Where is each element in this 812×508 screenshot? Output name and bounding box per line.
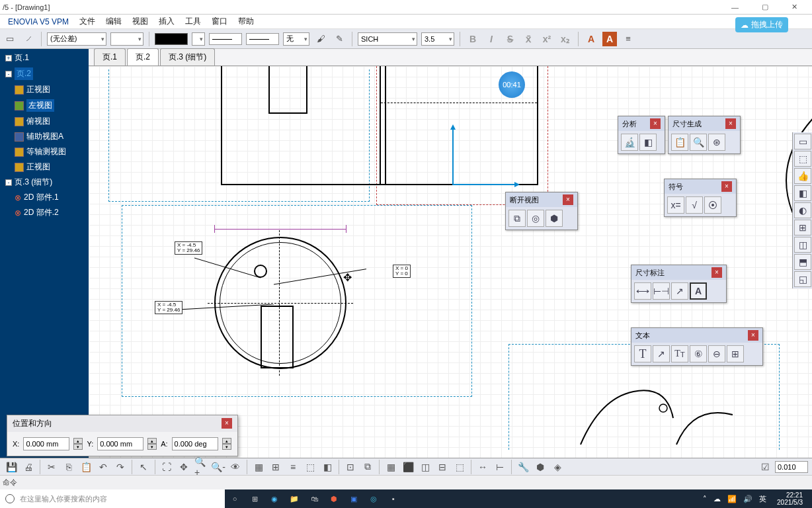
tree-page1[interactable]: +页.1 <box>0 50 89 65</box>
tool-a-icon[interactable]: ⬚ <box>303 460 317 474</box>
view-icon[interactable]: 👁 <box>228 460 243 474</box>
snap-icon[interactable]: ⊞ <box>268 460 283 474</box>
tool-b-icon[interactable]: ◧ <box>320 460 335 474</box>
dimgen-icon-2[interactable]: 🔍 <box>690 134 707 151</box>
step-input[interactable] <box>775 461 808 473</box>
tree-aux[interactable]: 辅助视图A <box>0 129 89 144</box>
pan-icon[interactable]: ✥ <box>177 460 191 474</box>
x-input[interactable] <box>23 437 69 450</box>
vtool-5[interactable]: ◐ <box>794 202 811 218</box>
collapse-icon[interactable]: - <box>5 71 12 77</box>
vtool-1[interactable]: ▭ <box>794 134 811 149</box>
app4-icon[interactable]: ▪ <box>384 489 403 508</box>
line-style[interactable] <box>246 33 279 45</box>
app2-icon[interactable]: ▣ <box>344 489 364 508</box>
save-icon[interactable]: 💾 <box>4 460 19 474</box>
tray-volume-icon[interactable]: 🔊 <box>743 495 752 503</box>
close-icon[interactable]: × <box>748 330 758 341</box>
toolbar-analysis[interactable]: 分析× 🔬 ◧ <box>618 116 665 154</box>
font-select[interactable]: SICH <box>358 32 417 46</box>
menu-file[interactable]: 文件 <box>74 16 101 27</box>
vtool-4[interactable]: ◧ <box>794 185 811 201</box>
vtool-3[interactable]: 👍 <box>794 168 811 184</box>
toolbar-dimgen[interactable]: 尺寸生成× 📋 🔍 ⊛ <box>668 116 741 154</box>
close-icon[interactable]: × <box>222 418 232 429</box>
close-icon[interactable]: × <box>721 181 732 192</box>
check-icon[interactable]: ☑ <box>758 460 772 474</box>
analysis-icon-1[interactable]: 🔬 <box>621 134 638 151</box>
tool-k-icon[interactable]: ⊢ <box>493 460 507 474</box>
cortana-icon[interactable]: ○ <box>225 489 245 508</box>
dim-icon-4[interactable]: A <box>690 282 707 300</box>
brush-icon[interactable]: 🖌 <box>313 32 328 46</box>
store-icon[interactable]: 🛍 <box>304 489 324 508</box>
grid-icon[interactable]: ▦ <box>251 460 266 474</box>
symbol-icon-2[interactable]: √ <box>686 196 703 214</box>
zoomin-icon[interactable]: 🔍+ <box>194 460 208 474</box>
vtool-6[interactable]: ⊞ <box>794 220 811 235</box>
taskview-icon[interactable]: ⊞ <box>245 489 264 508</box>
menu-view[interactable]: 视图 <box>127 16 153 27</box>
y-input[interactable] <box>97 437 143 450</box>
tolerance-select[interactable]: (无公差) <box>47 32 106 46</box>
vtool-9[interactable]: ◱ <box>794 271 811 287</box>
tool-c-icon[interactable]: ⊡ <box>343 460 358 474</box>
tool-i-icon[interactable]: ⬚ <box>452 460 467 474</box>
dimgen-icon-1[interactable]: 📋 <box>671 134 688 151</box>
tree-front[interactable]: 正视图 <box>0 82 89 97</box>
tray-cloud-icon[interactable]: ☁ <box>713 495 721 503</box>
overline-button[interactable]: x̄ <box>521 32 536 46</box>
dim-icon-1[interactable]: ⟷ <box>634 282 651 300</box>
break-icon-1[interactable]: ⧉ <box>508 210 526 227</box>
align-button[interactable]: ≡ <box>621 32 635 46</box>
tool-g-icon[interactable]: ◫ <box>418 460 432 474</box>
paste-icon[interactable]: 📋 <box>79 460 93 474</box>
symbol-icon-3[interactable]: ⦿ <box>704 196 721 214</box>
close-button[interactable]: ✕ <box>780 0 809 15</box>
close-icon[interactable]: × <box>725 118 736 129</box>
pointer-icon[interactable]: ↖ <box>136 460 151 474</box>
tree-top[interactable]: 俯视图 <box>0 114 89 129</box>
y-spinner[interactable]: ▴▾ <box>147 438 157 450</box>
text-icon-1[interactable]: T <box>634 345 651 362</box>
fit-icon[interactable]: ⛶ <box>159 460 174 474</box>
text-icon-6[interactable]: ⊞ <box>727 345 744 362</box>
menu-help[interactable]: 帮助 <box>233 16 259 27</box>
dim-icon-3[interactable]: ↗ <box>671 282 688 300</box>
break-icon-3[interactable]: ⬢ <box>546 210 563 227</box>
tree-page3[interactable]: -页.3 (细节) <box>0 175 89 190</box>
menu-edit[interactable]: 编辑 <box>101 16 127 27</box>
menu-window[interactable]: 窗口 <box>206 16 233 27</box>
menu-tools[interactable]: 工具 <box>180 16 206 27</box>
italic-button[interactable]: I <box>484 32 499 46</box>
text-icon-4[interactable]: ⑥ <box>690 345 707 362</box>
strike-button[interactable]: S̶ <box>503 32 517 46</box>
tree-front2[interactable]: 正视图 <box>0 159 89 175</box>
tree-left[interactable]: 左视图 <box>0 97 89 114</box>
tray-clock[interactable]: 22:21 2021/5/3 <box>773 491 807 506</box>
dim-icon-2[interactable]: ⊢⊣ <box>653 282 670 300</box>
upload-badge[interactable]: ☁ 拖拽上传 <box>735 17 788 32</box>
tray-wifi-icon[interactable]: 📶 <box>727 495 737 503</box>
tool-m-icon[interactable]: ⬢ <box>533 460 548 474</box>
toolbar-dimension[interactable]: 尺寸标注× ⟷ ⊢⊣ ↗ A <box>631 265 727 303</box>
super-button[interactable]: x² <box>540 32 554 46</box>
minimize-button[interactable]: — <box>720 0 750 15</box>
vtool-2[interactable]: ⬚ <box>794 151 811 167</box>
tool-btn-1[interactable]: ▭ <box>3 32 17 46</box>
a-spinner[interactable]: ▴▾ <box>222 438 231 450</box>
copy-icon[interactable]: ⎘ <box>61 460 76 474</box>
explorer-icon[interactable]: 📁 <box>284 489 304 508</box>
cut-icon[interactable]: ✂ <box>44 460 59 474</box>
dimgen-icon-3[interactable]: ⊛ <box>708 134 725 151</box>
symbol-icon-1[interactable]: x= <box>667 196 684 214</box>
tool-l-icon[interactable]: 🔧 <box>516 460 530 474</box>
text-icon-2[interactable]: ↗ <box>653 345 670 362</box>
color-swatch[interactable] <box>155 33 188 45</box>
redo-icon[interactable]: ↷ <box>113 460 128 474</box>
toolbar-break-view[interactable]: 断开视图× ⧉ ◎ ⬢ <box>505 192 578 230</box>
tool-d-icon[interactable]: ⧉ <box>360 460 375 474</box>
close-icon[interactable]: × <box>711 267 722 278</box>
highlight-button[interactable]: A <box>602 32 617 46</box>
app3-icon[interactable]: ◎ <box>364 489 384 508</box>
